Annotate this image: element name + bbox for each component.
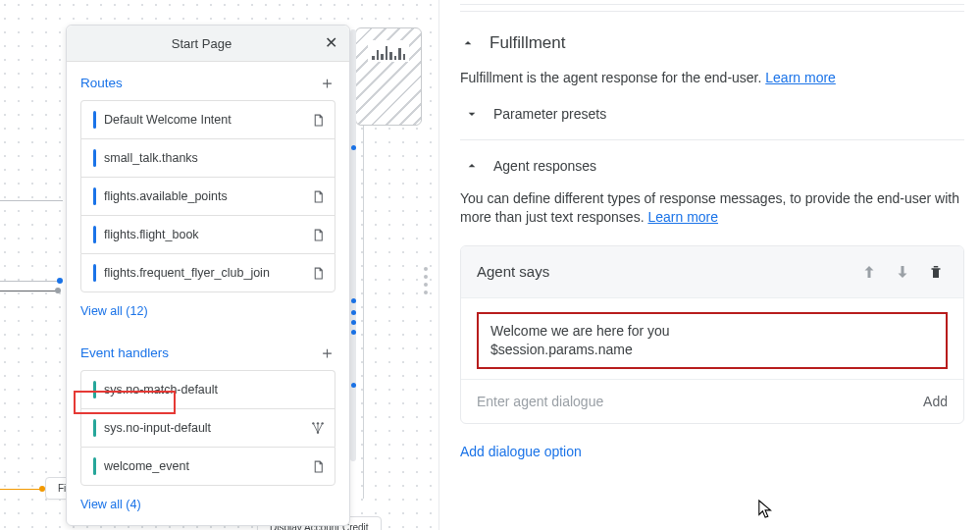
- add-dialogue-button[interactable]: Add: [923, 394, 948, 409]
- route-item[interactable]: flights.available_points: [80, 177, 335, 215]
- add-dialogue-option-link[interactable]: Add dialogue option: [460, 424, 964, 459]
- event-handler-item-welcome-event[interactable]: welcome_event: [80, 447, 335, 486]
- fulfillment-learn-more-link[interactable]: Learn more: [765, 70, 836, 85]
- fulfillment-description: Fulfillment is the agent response for th…: [460, 69, 964, 88]
- handler-label: sys.no-input-default: [104, 421, 311, 435]
- route-label: flights.frequent_flyer_club_join: [104, 266, 312, 280]
- agent-dialogue-text[interactable]: Welcome we are here for you $session.par…: [477, 312, 948, 369]
- flow-canvas[interactable]: Find Paid Ticket Display Account Credit …: [0, 0, 438, 530]
- routes-list: Default Welcome Intent small_talk.thanks…: [67, 100, 349, 296]
- fulfillment-panel: Fulfillment Fulfillment is the agent res…: [438, 0, 980, 530]
- event-handler-item[interactable]: sys.no-match-default: [80, 370, 335, 408]
- agent-dialogue-input[interactable]: Enter agent dialogue: [477, 394, 603, 409]
- flow-box-bars: [368, 40, 409, 62]
- page-icon: [312, 228, 325, 242]
- routes-view-all-link[interactable]: View all (12): [67, 296, 349, 332]
- fulfillment-desc-text: Fulfillment is the agent response for th…: [460, 70, 765, 85]
- page-icon: [312, 459, 325, 474]
- branch-icon: [311, 421, 325, 435]
- agent-responses-header[interactable]: Agent responses: [464, 158, 964, 174]
- route-item[interactable]: flights.flight_book: [80, 215, 335, 253]
- routes-label: Routes: [80, 76, 123, 90]
- fulfillment-section-header[interactable]: Fulfillment: [460, 33, 964, 53]
- add-event-handler-icon[interactable]: ＋: [319, 342, 335, 364]
- agent-responses-description: You can define different types of respon…: [460, 189, 964, 228]
- handler-label: sys.no-match-default: [104, 383, 312, 397]
- parameter-presets-title: Parameter presets: [493, 106, 606, 122]
- close-icon[interactable]: ✕: [325, 35, 337, 51]
- agent-says-card: Agent says Welcome we are here for you $…: [460, 245, 964, 424]
- mouse-cursor-icon: [757, 499, 775, 520]
- agent-responses-title: Agent responses: [493, 158, 596, 174]
- handlers-view-all-link[interactable]: View all (4): [67, 490, 349, 525]
- route-label: Default Welcome Intent: [104, 113, 312, 127]
- route-label: flights.available_points: [104, 189, 312, 203]
- parameter-presets-header[interactable]: Parameter presets: [464, 106, 964, 122]
- fulfillment-title: Fulfillment: [490, 33, 565, 53]
- canvas-scrollbar[interactable]: [350, 29, 356, 461]
- move-down-icon[interactable]: [891, 260, 914, 284]
- panel-resize-handle[interactable]: [424, 267, 428, 294]
- route-item[interactable]: flights.frequent_flyer_club_join: [80, 253, 335, 292]
- routes-section-header: Routes ＋: [67, 62, 349, 100]
- event-handlers-section-header: Event handlers ＋: [67, 332, 349, 370]
- move-up-icon[interactable]: [857, 260, 881, 284]
- route-label: small_talk.thanks: [104, 151, 312, 165]
- add-route-icon[interactable]: ＋: [319, 72, 335, 94]
- chevron-up-icon: [460, 35, 476, 51]
- route-item[interactable]: small_talk.thanks: [80, 138, 335, 177]
- page-icon: [312, 266, 325, 281]
- start-page-card: Start Page ✕ Routes ＋ Default Welcome In…: [66, 25, 350, 526]
- start-page-header: Start Page ✕: [67, 26, 349, 62]
- agent-responses-learn-more-link[interactable]: Learn more: [647, 209, 718, 225]
- page-icon: [312, 189, 325, 204]
- route-item[interactable]: Default Welcome Intent: [80, 100, 335, 138]
- delete-icon[interactable]: [924, 260, 948, 284]
- flow-box[interactable]: [355, 27, 422, 126]
- event-handlers-list: sys.no-match-default sys.no-input-defaul…: [67, 370, 349, 490]
- agent-says-title: Agent says: [477, 263, 549, 280]
- chevron-up-icon: [464, 158, 480, 174]
- handler-label: welcome_event: [104, 459, 312, 473]
- event-handler-item[interactable]: sys.no-input-default: [80, 408, 335, 447]
- event-handlers-label: Event handlers: [80, 345, 169, 360]
- start-page-title: Start Page: [78, 36, 325, 51]
- page-icon: [312, 113, 325, 128]
- agent-says-card-header: Agent says: [461, 246, 963, 297]
- chevron-down-icon: [464, 106, 480, 122]
- route-label: flights.flight_book: [104, 228, 312, 241]
